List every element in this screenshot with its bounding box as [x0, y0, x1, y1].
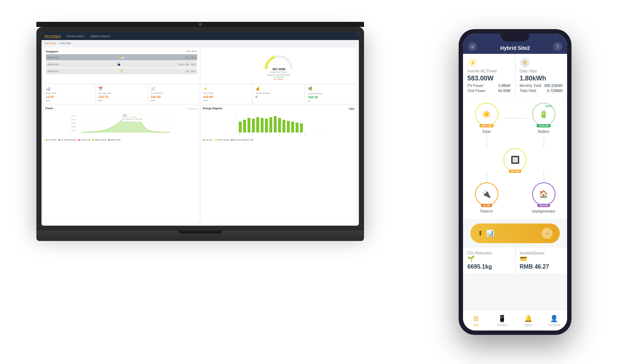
flow-solar-circle: ☀️ 3978.0W — [475, 103, 498, 126]
svg-text:13: 13 — [278, 134, 280, 136]
weather-card: Singapore 2023-04-14 2023-04-13 ⛅ 25 ~ 3… — [44, 48, 199, 83]
nav-site[interactable]: ⊞ Site — [463, 314, 489, 327]
account-nav-icon: 👤 — [550, 314, 558, 323]
yield-daily-value: 12.50 — [46, 95, 92, 99]
action-btn-icons: ⬆ 📊 — [478, 229, 494, 237]
yield-co2-label: CO₂ Reduction — [308, 92, 355, 95]
yield-tab[interactable]: Yield — [348, 107, 355, 110]
action-button[interactable]: ⬆ 📊 → — [470, 223, 560, 243]
svg-rect-20 — [248, 118, 250, 132]
daily-yield-value: 1.80kWh — [520, 75, 563, 82]
weather-icon-0: ⛅ — [120, 55, 124, 59]
phone-body: ⊙ Hybrid Site2 ? ⚡ Inverter AC Power 583… — [459, 29, 571, 335]
nav-account[interactable]: 👤 Account — [541, 314, 567, 327]
yield-annual-value: 440.90 — [151, 95, 197, 99]
weather-row-1: 2023-04-14 🌤 19.11 / 26 ~ 33°C — [46, 61, 197, 67]
svg-text:2,000 W: 2,000 W — [71, 126, 76, 128]
yield-sub-stats: Monthly Yield 680.20kWh Total Yield 6.72… — [520, 84, 563, 93]
inverter-feedin-connector — [469, 171, 504, 182]
breadcrumb-site[interactable]: Site Name — [44, 42, 56, 44]
phone-content: ⚡ Inverter AC Power 583.00W PV Power 3.9… — [463, 54, 567, 310]
laptop: Site Analysis Device Matrix Statistic Re… — [36, 22, 364, 248]
svg-text:21: 21 — [304, 134, 306, 136]
solar-inverter-connector — [469, 134, 504, 148]
phone-notch — [500, 33, 530, 41]
battery-inverter-connector — [526, 134, 561, 148]
income-stat: Income&Saved 💳 RMB 46.27 — [515, 248, 567, 274]
feedin-value: 44.0W — [481, 204, 492, 207]
site-nav-icon: ⊞ — [473, 314, 479, 323]
inverter-load-connector — [526, 171, 561, 182]
yield-icon: 🔆 — [520, 58, 530, 68]
load-icon: 🏠 — [539, 190, 548, 198]
yield-co2: 🌿 CO₂ Reduction 439.58 kg — [306, 85, 357, 104]
yield-annual: 📈 Annual Yield 440.90 kWh — [149, 85, 199, 104]
svg-rect-32 — [300, 123, 303, 132]
device-nav-icon: 📱 — [498, 314, 506, 323]
feedin-label: Feed-in — [480, 209, 493, 213]
yield-chart-svg: 1 5 9 13 17 21 — [203, 111, 355, 136]
co2-label: CO₂ Reduction — [467, 251, 511, 255]
phone-help-button[interactable]: ? — [553, 42, 562, 51]
yield-annual-unit: kWh — [151, 99, 197, 102]
yield-total-unit: kWh — [203, 99, 250, 102]
svg-rect-25 — [269, 117, 272, 132]
nav-site-analysis[interactable]: Site Analysis — [44, 34, 61, 38]
nav-device-matrix[interactable]: Device Matrix — [67, 35, 84, 38]
co2-value: 6695.1kg — [467, 264, 511, 270]
solar-icon: ☀️ — [482, 110, 491, 119]
laptop-camera — [199, 23, 202, 26]
total-yield-label: Total Yield — [520, 89, 537, 93]
svg-rect-18 — [239, 122, 242, 132]
power-chart-title: Power — [46, 107, 53, 110]
yield-chart-legend: Self-use Feed-in Energy Buy-from-grid/Da… — [203, 139, 355, 141]
stat-inverter: ⚡ Inverter AC Power 583.00W PV Power 3.9… — [463, 54, 515, 96]
yield-total-value: 440.90 — [203, 95, 250, 99]
svg-text:AC Power(On-grid): 2680.00W: AC Power(On-grid): 2680.00W — [123, 118, 143, 120]
yield-monthly: 📅 Monthly Yield 163.70 kWh — [96, 85, 147, 104]
weather-icon-1: 🌤 — [117, 62, 120, 66]
nav-alarm[interactable]: 🔔 Alarm — [515, 314, 541, 327]
alarm-nav-label: Alarm — [524, 323, 533, 327]
phone-back-button[interactable]: ⊙ — [468, 42, 477, 51]
yield-total-label: Total Yield — [203, 92, 250, 94]
action-arrow-icon[interactable]: → — [542, 228, 553, 239]
phone-title: Hybrid Site2 — [500, 45, 530, 51]
flow-battery-node: 19.0% 🔋 3290.0W Battery — [526, 103, 561, 134]
yield-income-value: 0 — [256, 95, 302, 99]
pv-power-label: PV Power — [467, 84, 483, 88]
co2-icon: 🌱 — [467, 255, 511, 262]
laptop-screen: Site Analysis Device Matrix Statistic Re… — [41, 32, 359, 226]
battery-value: 3290.0W — [537, 124, 550, 127]
total-yield-value: 6.72MWh — [547, 89, 563, 93]
yield-income-label: Income&Saved — [256, 92, 302, 94]
weather-temp-2: 26 ~ 33°C — [186, 70, 196, 72]
flow-load-node: 🏠 539.0W load/generator — [526, 182, 561, 213]
power-chart-svg: 12:30 PV Power: 2724.00W AC Power(On-gri… — [46, 111, 198, 136]
account-nav-label: Account — [548, 323, 560, 327]
inverter-sub-stats: PV Power 3.98kW Grid Power 44.00W — [467, 84, 511, 93]
gauge-container: 367.00W Real Time Power — [262, 51, 295, 73]
status-indicators: ● 1 Active ● 0 Fault — [274, 76, 284, 80]
weather-date-1: 2023-04-14 — [47, 63, 59, 66]
device-nav-label: Device — [497, 323, 507, 327]
svg-text:1: 1 — [239, 134, 240, 136]
weather-temp-1: 19.11 / 26 ~ 33°C — [179, 63, 196, 66]
yield-chart-title: Energy Diagram — [203, 107, 222, 110]
nav-statistic-report[interactable]: Statistic Report — [90, 35, 110, 38]
weather-date-0: 2023-04-13 — [47, 56, 59, 59]
weather-location: Singapore — [46, 50, 58, 53]
solar-battery-connector — [504, 118, 526, 119]
load-label: load/generator — [532, 209, 555, 213]
yield-total: ⚡ Total Yield 440.90 kWh — [201, 85, 252, 104]
solar-value: 3978.0W — [479, 124, 493, 127]
yield-monthly-value: 163.70 — [98, 95, 145, 99]
yield-monthly-icon: 📅 — [98, 87, 145, 91]
power-chart-date: 2023-4-13 — [188, 108, 198, 110]
nav-device[interactable]: 📱 Device — [489, 314, 515, 327]
yield-monthly-unit: kWh — [98, 99, 145, 102]
svg-text:5,000 W: 5,000 W — [71, 115, 76, 117]
status-fault: ● 0 Fault — [274, 78, 284, 80]
flow-inverter-circle: 🔲 583.0W — [503, 148, 527, 171]
weather-rows: 2023-04-13 ⛅ 25 ~ 34°C 2023-04-14 🌤 19.1… — [46, 54, 197, 74]
